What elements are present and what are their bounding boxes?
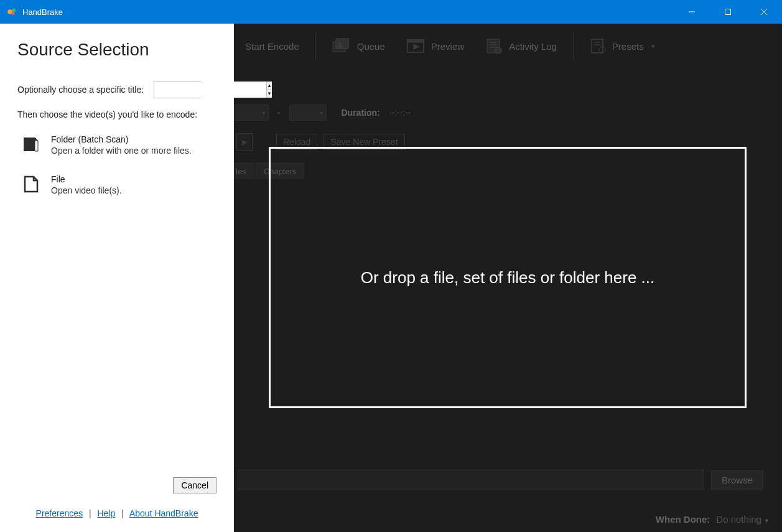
- drop-zone-text: Or drop a file, set of files or folder h…: [361, 268, 655, 287]
- svg-rect-21: [24, 138, 35, 151]
- help-link[interactable]: Help: [97, 508, 115, 518]
- folder-icon: [21, 134, 41, 154]
- app-title: HandBrake: [22, 7, 63, 17]
- spinner-up-button[interactable]: ▲: [267, 82, 272, 90]
- window-maximize-button[interactable]: [710, 0, 746, 24]
- svg-point-2: [12, 12, 15, 16]
- option-desc: Open a folder with one or more files.: [51, 146, 192, 156]
- svg-point-1: [12, 9, 16, 12]
- cancel-button[interactable]: Cancel: [173, 477, 216, 493]
- app-icon: [6, 6, 17, 17]
- file-icon: [21, 174, 41, 194]
- svg-rect-4: [725, 9, 731, 15]
- main-area: Start Encode Queue Preview: [0, 24, 782, 532]
- title-number-spinner[interactable]: ▲ ▼: [154, 81, 201, 98]
- about-link[interactable]: About HandBrake: [129, 508, 198, 518]
- source-selection-panel: Source Selection Optionally choose a spe…: [0, 24, 234, 532]
- window-close-button[interactable]: [746, 0, 782, 24]
- option-title: Folder (Batch Scan): [51, 134, 192, 144]
- file-source-option[interactable]: File Open video file(s).: [17, 172, 216, 198]
- panel-heading: Source Selection: [17, 40, 216, 60]
- option-desc: Open video file(s).: [51, 185, 122, 195]
- footer-links: Preferences | Help | About HandBrake: [36, 508, 198, 520]
- titlebar: HandBrake: [0, 0, 782, 24]
- svg-point-0: [7, 9, 12, 14]
- choose-videos-label: Then choose the video(s) you'd like to e…: [17, 110, 216, 119]
- preferences-link[interactable]: Preferences: [36, 508, 83, 518]
- window-minimize-button[interactable]: [674, 0, 710, 24]
- title-number-input[interactable]: [154, 82, 266, 98]
- folder-source-option[interactable]: Folder (Batch Scan) Open a folder with o…: [17, 132, 216, 158]
- option-title: File: [51, 174, 122, 184]
- drop-zone[interactable]: Or drop a file, set of files or folder h…: [269, 147, 747, 408]
- spinner-down-button[interactable]: ▼: [267, 90, 272, 98]
- specific-title-label: Optionally choose a specific title:: [17, 85, 144, 95]
